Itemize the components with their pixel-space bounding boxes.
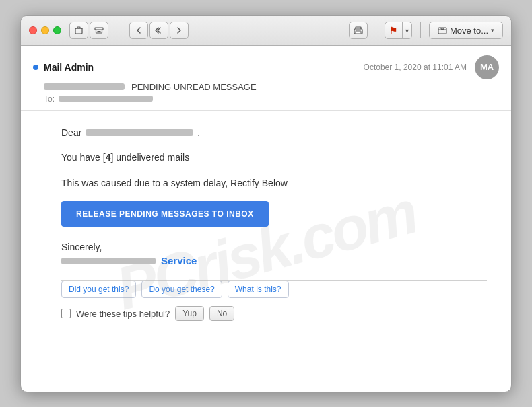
maximize-button[interactable]	[53, 26, 61, 34]
release-pending-button[interactable]: RELEASE PENDING MESSAGES TO INBOX	[61, 201, 269, 227]
para1-pre: You have [	[61, 152, 106, 163]
email-header: Mail Admin October 1, 2020 at 11:01 AM M…	[21, 46, 511, 111]
sig-redacted-block	[61, 258, 156, 264]
unread-indicator	[33, 65, 38, 70]
separator-3	[420, 22, 421, 38]
dear-suffix: ,	[197, 127, 200, 138]
body-paragraph-1: You have [4] undelivered mails	[61, 150, 487, 165]
email-window: ⚑ ▾ Move to... ▾ Mail Admin October 1, 2…	[20, 15, 512, 392]
back-button[interactable]	[129, 22, 148, 39]
sincerely-text: Sincerely,	[61, 242, 487, 252]
email-body: PCrisk.com Dear , You have [4] undeliver…	[21, 111, 511, 392]
subject-badge: PENDING UNREAD MESSAGE	[131, 82, 257, 92]
para1-post: ] undelivered mails	[110, 152, 189, 163]
move-to-chevron-icon: ▾	[491, 27, 494, 34]
email-date: October 1, 2020 at 11:01 AM	[364, 63, 467, 72]
traffic-lights	[29, 26, 61, 34]
to-row: To:	[44, 94, 499, 104]
helpful-row: Were these tips helpful? Yup No	[61, 306, 487, 321]
sender-row: Mail Admin October 1, 2020 at 11:01 AM M…	[33, 55, 499, 79]
separator-1	[121, 22, 121, 38]
move-to-label: Move to...	[450, 26, 488, 36]
svg-rect-5	[438, 28, 446, 34]
flag-icon: ⚑	[385, 25, 402, 36]
archive-button[interactable]	[90, 22, 108, 39]
print-button[interactable]	[349, 22, 368, 39]
yup-button[interactable]: Yup	[175, 306, 204, 321]
avatar: MA	[475, 55, 499, 79]
subject-row: PENDING UNREAD MESSAGE	[44, 82, 499, 92]
subject-redacted-block	[44, 83, 125, 90]
tip-button-0[interactable]: Did you get this?	[61, 281, 136, 298]
flag-chevron-icon: ▾	[402, 22, 411, 38]
avatar-initials: MA	[480, 62, 494, 72]
move-to-button[interactable]: Move to... ▾	[429, 22, 503, 39]
dear-prefix: Dear	[61, 127, 81, 138]
sender-name: Mail Admin	[44, 62, 364, 73]
sig-service-label: Service	[161, 255, 197, 266]
helpful-label: Were these tips helpful?	[76, 309, 170, 319]
helpful-checkbox[interactable]	[61, 309, 71, 318]
svg-point-4	[356, 30, 357, 31]
to-label: To:	[44, 94, 55, 104]
forward-button[interactable]	[170, 22, 189, 39]
email-body-inner: Dear , You have [4] undelivered mails Th…	[21, 111, 511, 281]
delete-toolbar-group	[69, 22, 108, 39]
tip-button-2[interactable]: What is this?	[228, 281, 289, 298]
titlebar: ⚑ ▾ Move to... ▾	[21, 16, 511, 46]
back-all-button[interactable]	[149, 22, 168, 39]
to-redacted-block	[59, 96, 153, 102]
close-button[interactable]	[29, 26, 37, 34]
minimize-button[interactable]	[41, 26, 49, 34]
svg-rect-3	[356, 31, 361, 34]
body-paragraph-2: This was caused due to a system delay, R…	[61, 176, 487, 190]
svg-rect-0	[75, 28, 82, 34]
nav-toolbar-group	[129, 22, 189, 39]
footer-section: Did you get this? Do you get these? What…	[21, 281, 511, 332]
no-button[interactable]: No	[209, 306, 234, 321]
tip-buttons-row: Did you get this? Do you get these? What…	[61, 281, 487, 298]
dear-redacted-name	[86, 129, 193, 136]
svg-rect-1	[95, 28, 103, 30]
dear-row: Dear ,	[61, 127, 487, 138]
signature-row: Service	[61, 255, 487, 266]
flag-button[interactable]: ⚑ ▾	[385, 22, 412, 39]
separator-2	[376, 22, 376, 38]
tip-button-1[interactable]: Do you get these?	[141, 281, 222, 298]
delete-button[interactable]	[69, 22, 88, 39]
